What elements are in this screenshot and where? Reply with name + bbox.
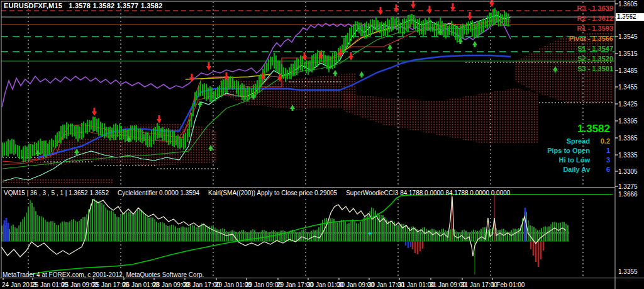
market-stat-row: Hi to Low3 [503, 156, 610, 164]
stat-label: Pips to Open [547, 147, 590, 154]
price-scale-label: 1.3425 [618, 101, 638, 108]
price-scale-label: 1.3275 [618, 183, 638, 190]
stat-value: 3 [590, 156, 610, 164]
stat-value: 6 [590, 166, 610, 173]
pivot-level-label: S1 - 1.3547 [577, 45, 613, 52]
pivot-level-label: S2 - 1.3520 [577, 55, 613, 62]
market-stat-row: Daily Av6 [503, 166, 610, 173]
indicator-panel-plot[interactable] [1, 188, 615, 278]
price-scale-label: 1.3605 [618, 1, 638, 8]
stat-value: 0.2 [590, 137, 610, 145]
price-scale-label: 1.3575 [618, 14, 638, 21]
symbol-timeframe-label: EURUSDFXF,M15 [4, 2, 62, 9]
price-scale-label: 1.3485 [618, 67, 638, 74]
pivot-level-label: R3 - 1.3639 [577, 5, 613, 12]
ohlc-values-label: 1.3578 1.3582 1.3577 1.3582 [69, 2, 162, 9]
indicator-header-segment: CycleIdentifier 0.0000 1.3594 [118, 190, 199, 196]
stat-label: Daily Av [563, 166, 590, 173]
indicator-scale-label: 1.3666 [618, 191, 638, 198]
pivot-level-label: R1 - 1.3593 [577, 25, 613, 32]
market-stat-row: Spread0.2 [503, 137, 610, 145]
pivot-level-label: Pivot - 1.3566 [569, 35, 613, 42]
pivot-level-label: S3 - 1.3501 [577, 65, 613, 72]
mt4-chart-window: EURUSDFXF,M15 1.3578 1.3582 1.3577 1.358… [0, 0, 644, 289]
stat-value: 1 [590, 147, 610, 154]
pivot-level-label: R2 - 1.3612 [577, 15, 613, 22]
status-bar-copyright: MetaTrader 4 at FOREX.com, c 2001-2012, … [3, 271, 204, 278]
indicator-header-segment: Kairi(SMA((200)) Apply to Close price 0.… [208, 190, 337, 196]
price-scale-label: 1.3335 [618, 152, 638, 159]
price-scale-label: 1.3515 [618, 50, 638, 57]
chart-title: EURUSDFXF,M15 1.3578 1.3582 1.3577 1.358… [4, 3, 162, 9]
price-scale-label: 1.3395 [618, 118, 638, 125]
price-scale-label: 1.3305 [618, 168, 638, 175]
stat-label: Spread [567, 137, 590, 145]
indicator-scale-label: 1.3355 [618, 268, 638, 275]
indicator-header-segment: SuperWoodieCCI3 84.1788 0.0000 84.1788 0… [346, 190, 510, 196]
price-scale-label: 1.3545 [618, 33, 638, 40]
indicator-header-segment: VQM15 | 36 , 3 , 5 , 1 | 1.3652 1.3652 [4, 190, 109, 196]
time-axis-label: 1 Feb 01:00 [491, 281, 525, 288]
market-stat-row: Pips to Open1 [503, 147, 610, 154]
indicator-header: VQM15 | 36 , 3 , 5 , 1 | 1.3652 1.3652Cy… [4, 190, 519, 196]
last-price-readout: 1.3582 [577, 123, 610, 135]
price-scale-label: 1.3365 [618, 135, 638, 142]
price-scale-label: 1.3455 [618, 84, 638, 91]
stat-label: Hi to Low [559, 156, 591, 164]
